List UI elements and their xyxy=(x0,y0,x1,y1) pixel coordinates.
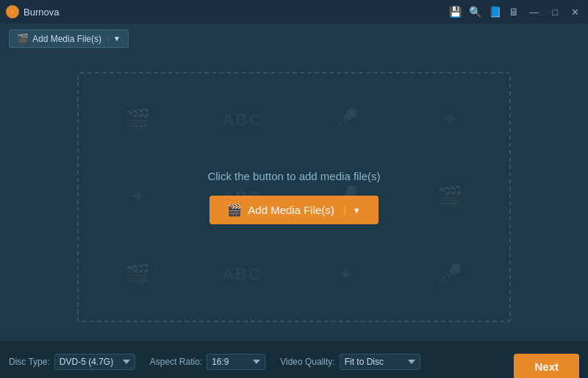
add-media-center-label: Add Media File(s) xyxy=(248,204,334,216)
wm-cell-12: 🎤 xyxy=(398,236,503,313)
add-media-center-icon: 🎬 xyxy=(227,203,242,217)
wm-cell-1: 🎬 xyxy=(86,81,190,158)
title-controls: 💾 🔍 📘 🖥 — □ ✕ xyxy=(449,5,582,19)
wm-cell-10: ABC xyxy=(190,236,295,313)
title-bar: Burnova 💾 🔍 📘 🖥 — □ ✕ xyxy=(0,0,588,24)
wm-cell-2: ABC xyxy=(190,81,295,158)
disc-type-group: Disc Type: DVD-5 (4.7G) DVD-9 (8.5G) BD-… xyxy=(9,354,135,370)
app-title: Burnova xyxy=(24,7,59,18)
next-button[interactable]: Next xyxy=(514,354,579,379)
aspect-ratio-group: Aspect Ratio: 16:9 4:3 xyxy=(150,354,265,370)
toolbar-dropdown-arrow[interactable]: ▼ xyxy=(108,35,121,43)
disc-type-label: Disc Type: xyxy=(9,357,50,367)
facebook-icon[interactable]: 📘 xyxy=(489,6,501,18)
add-media-toolbar-icon: 🎬 xyxy=(17,33,29,44)
app-logo-icon xyxy=(6,5,19,18)
center-dropdown-arrow[interactable]: ▼ xyxy=(345,206,361,215)
svg-point-0 xyxy=(8,7,17,16)
wm-cell-5: ✦ xyxy=(86,158,190,235)
main-content: 🎬 ABC 🎤 ✦ ✦ ABC 🎤 🎬 🎬 ABC ✦ 🎤 Click the … xyxy=(0,54,588,340)
bottom-left: Disc Type: DVD-5 (4.7G) DVD-9 (8.5G) BD-… xyxy=(9,354,502,379)
drop-center: Click the button to add media file(s) 🎬 … xyxy=(207,170,380,224)
save-icon[interactable]: 💾 xyxy=(449,6,462,18)
controls-row: Disc Type: DVD-5 (4.7G) DVD-9 (8.5G) BD-… xyxy=(9,354,502,370)
bottom-row-inner: Disc Type: DVD-5 (4.7G) DVD-9 (8.5G) BD-… xyxy=(9,354,579,379)
disc-type-select[interactable]: DVD-5 (4.7G) DVD-9 (8.5G) BD-25 BD-50 xyxy=(54,354,135,370)
toolbar: 🎬 Add Media File(s) ▼ xyxy=(0,24,588,54)
close-button[interactable]: ✕ xyxy=(568,5,582,19)
screen-icon[interactable]: 🖥 xyxy=(509,6,519,18)
add-media-center-button[interactable]: 🎬 Add Media File(s) ▼ xyxy=(209,196,378,224)
minimize-button[interactable]: — xyxy=(526,5,542,19)
video-quality-group: Video Quality: Fit to Disc High Medium L… xyxy=(280,354,420,370)
wm-cell-4: ✦ xyxy=(398,81,503,158)
wm-cell-11: ✦ xyxy=(294,236,398,313)
wm-cell-3: 🎤 xyxy=(294,81,398,158)
search-icon[interactable]: 🔍 xyxy=(469,6,481,18)
add-media-toolbar-label: Add Media File(s) xyxy=(32,34,101,44)
click-instruction: Click the button to add media file(s) xyxy=(207,170,380,182)
video-quality-label: Video Quality: xyxy=(280,357,335,367)
wm-cell-9: 🎬 xyxy=(86,236,190,313)
aspect-ratio-label: Aspect Ratio: xyxy=(150,357,202,367)
drop-zone[interactable]: 🎬 ABC 🎤 ✦ ✦ ABC 🎤 🎬 🎬 ABC ✦ 🎤 Click the … xyxy=(77,72,511,322)
title-left: Burnova xyxy=(6,5,59,18)
add-media-toolbar-button[interactable]: 🎬 Add Media File(s) ▼ xyxy=(9,29,129,48)
video-quality-select[interactable]: Fit to Disc High Medium Low xyxy=(340,354,420,370)
maximize-button[interactable]: □ xyxy=(549,5,561,19)
wm-cell-8: 🎬 xyxy=(398,158,503,235)
bottom-bar: Disc Type: DVD-5 (4.7G) DVD-9 (8.5G) BD-… xyxy=(0,340,588,378)
aspect-ratio-select[interactable]: 16:9 4:3 xyxy=(207,354,265,370)
